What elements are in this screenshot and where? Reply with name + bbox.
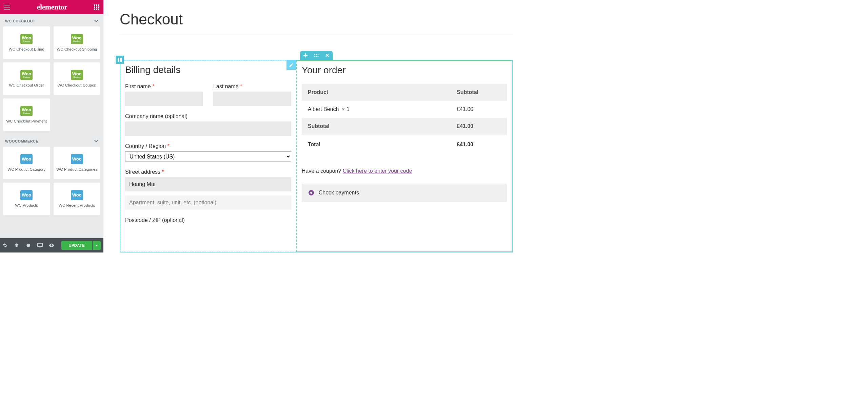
- widget-section-title: WOOCOMMERCE: [5, 139, 38, 143]
- chevron-down-icon: [94, 20, 98, 22]
- add-section-icon[interactable]: [300, 51, 311, 60]
- order-col-subtotal: Subtotal: [457, 89, 501, 95]
- widget-wc-checkout-billing[interactable]: WooCheckout WC Checkout Billing: [3, 26, 50, 59]
- widget-grid: Woo WC Product Category Woo WC Product C…: [3, 147, 100, 219]
- svg-rect-7: [96, 8, 97, 10]
- woo-icon: Woo: [71, 190, 83, 200]
- postcode-label: Postcode / ZIP (optional): [125, 217, 291, 223]
- coupon-link[interactable]: Click here to enter your code: [343, 168, 412, 174]
- order-col-product: Product: [308, 89, 457, 95]
- first-name-input[interactable]: [125, 92, 203, 106]
- widget-wc-products[interactable]: Woo WC Products: [3, 183, 50, 215]
- billing-column[interactable]: Billing details First name * Last name *…: [120, 60, 297, 252]
- svg-rect-8: [98, 8, 99, 10]
- svg-rect-1: [96, 4, 97, 6]
- widget-section-woocommerce[interactable]: WOOCOMMERCE: [3, 134, 100, 147]
- company-field: Company name (optional): [125, 113, 291, 136]
- order-item-price: £41.00: [457, 106, 501, 112]
- apps-grid-icon[interactable]: [94, 4, 99, 10]
- widget-section-wc-checkout[interactable]: WC CHECKOUT: [3, 14, 100, 26]
- widget-wc-product-categories[interactable]: Woo WC Product Categories: [54, 147, 101, 179]
- update-button[interactable]: UPDATE: [61, 241, 92, 250]
- widget-section-title: WC CHECKOUT: [5, 19, 35, 23]
- widget-wc-checkout-shipping[interactable]: WooCheckout WC Checkout Shipping: [54, 26, 101, 59]
- update-dropdown-caret[interactable]: [93, 241, 101, 250]
- order-table: Product Subtotal Albert Bench × 1 £41.00…: [302, 84, 507, 154]
- order-subtotal-value: £41.00: [457, 123, 501, 129]
- responsive-icon[interactable]: [37, 243, 45, 248]
- widget-wc-product-category[interactable]: Woo WC Product Category: [3, 147, 50, 179]
- country-select[interactable]: United States (US): [125, 151, 291, 162]
- order-subtotal-row: Subtotal £41.00: [302, 118, 507, 135]
- woo-checkout-icon: WooCheckout: [71, 70, 83, 80]
- widget-wc-checkout-order[interactable]: WooCheckout WC Checkout Order: [3, 62, 50, 95]
- woo-icon: Woo: [71, 154, 83, 164]
- last-name-input[interactable]: [213, 92, 291, 106]
- settings-icon[interactable]: [3, 243, 10, 248]
- svg-point-12: [317, 54, 318, 55]
- company-input[interactable]: [125, 121, 291, 136]
- svg-rect-2: [98, 4, 99, 6]
- order-column[interactable]: Your order Product Subtotal Albert Bench…: [297, 60, 512, 252]
- payment-label: Check payments: [319, 190, 359, 196]
- svg-point-13: [314, 56, 315, 57]
- page-title: Checkout: [103, 0, 529, 34]
- widget-label: WC Products: [15, 203, 38, 208]
- street-label: Street address *: [125, 169, 291, 175]
- widget-label: WC Product Categories: [56, 167, 97, 172]
- edit-widget-icon[interactable]: [287, 60, 296, 70]
- widget-label: WC Checkout Order: [9, 83, 44, 88]
- order-heading: Your order: [302, 65, 507, 76]
- svg-point-10: [314, 54, 315, 55]
- country-field: Country / Region * United States (US): [125, 143, 291, 162]
- column-settings-icon[interactable]: [116, 56, 124, 64]
- widget-label: WC Product Category: [7, 167, 45, 172]
- widget-wc-checkout-coupon[interactable]: WooCheckout WC Checkout Coupon: [54, 62, 101, 95]
- billing-heading: Billing details: [125, 64, 291, 75]
- widget-wc-checkout-payment[interactable]: WooCheckout WC Checkout Payment: [3, 98, 50, 131]
- widget-label: WC Checkout Billing: [9, 47, 44, 52]
- street-field: Street address *: [125, 169, 291, 191]
- company-label: Company name (optional): [125, 113, 291, 119]
- svg-point-15: [317, 56, 318, 57]
- widget-wc-recent-products[interactable]: Woo WC Recent Products: [54, 183, 101, 215]
- order-item-name: Albert Bench: [308, 106, 339, 112]
- svg-rect-17: [120, 58, 122, 62]
- first-name-label: First name *: [125, 83, 203, 90]
- payment-method-row[interactable]: Check payments: [302, 184, 507, 202]
- street2-input[interactable]: [125, 195, 291, 210]
- history-icon[interactable]: [26, 243, 33, 248]
- last-name-label: Last name *: [213, 83, 291, 90]
- order-total-row: Total £41.00: [302, 135, 507, 154]
- country-label: Country / Region *: [125, 143, 291, 149]
- preview-icon[interactable]: [49, 243, 56, 247]
- widget-grid: WooCheckout WC Checkout Billing WooCheck…: [3, 26, 100, 134]
- update-button-group: UPDATE: [61, 241, 101, 250]
- hamburger-icon[interactable]: [4, 5, 10, 10]
- section-toolbar: [300, 51, 333, 60]
- order-item-qty: × 1: [342, 106, 350, 112]
- widget-label: WC Checkout Shipping: [57, 47, 97, 52]
- coupon-prompt: Have a coupon? Click here to enter your …: [302, 168, 507, 174]
- svg-point-11: [316, 54, 317, 55]
- widget-label: WC Recent Products: [59, 203, 95, 208]
- order-total-label: Total: [308, 142, 457, 148]
- svg-rect-3: [94, 6, 95, 8]
- navigator-icon[interactable]: [14, 243, 22, 248]
- editor-canvas: Checkout Billing details First name *: [103, 0, 529, 252]
- first-name-field: First name *: [125, 83, 203, 106]
- svg-rect-9: [38, 243, 43, 246]
- svg-point-14: [316, 56, 317, 57]
- payment-radio-icon[interactable]: [309, 190, 314, 195]
- chevron-down-icon: [94, 140, 98, 143]
- drag-handle-icon[interactable]: [311, 51, 322, 60]
- street-input[interactable]: [125, 177, 291, 191]
- order-line-item: Albert Bench × 1 £41.00: [302, 101, 507, 118]
- widget-label: WC Checkout Payment: [6, 119, 47, 124]
- sidebar-footer: UPDATE: [0, 238, 103, 252]
- last-name-field: Last name *: [213, 83, 291, 106]
- delete-section-icon[interactable]: [322, 51, 333, 60]
- elementor-logo: elementor: [37, 3, 67, 12]
- widget-label: WC Checkout Coupon: [58, 83, 96, 88]
- sidebar-header: elementor: [0, 0, 103, 14]
